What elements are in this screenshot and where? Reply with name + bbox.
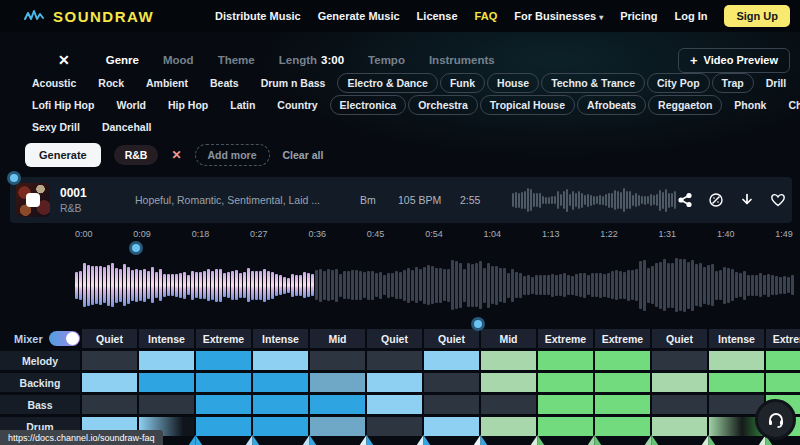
mixer-cell[interactable] xyxy=(595,395,650,414)
genre-chip-drum-n-bass[interactable]: Drum n Bass xyxy=(251,73,336,93)
genre-chip-hip-hop[interactable]: Hip Hop xyxy=(158,95,218,115)
fill-triangle[interactable] xyxy=(355,435,378,445)
fill-triangle[interactable] xyxy=(526,435,549,445)
fill-triangle[interactable] xyxy=(184,435,207,445)
mixer-column-header[interactable]: Intense xyxy=(709,329,764,348)
mixer-cell[interactable] xyxy=(481,417,536,436)
mixer-toggle[interactable] xyxy=(49,331,80,346)
tab-instruments[interactable]: Instruments xyxy=(429,54,495,66)
mixer-cell[interactable] xyxy=(424,351,479,370)
mixer-cell[interactable] xyxy=(139,373,194,392)
genre-chip-reggaeton[interactable]: Reggaeton xyxy=(648,95,722,115)
fill-triangle[interactable] xyxy=(412,435,435,445)
mixer-column-header[interactable]: Extreme xyxy=(595,329,650,348)
mixer-cell[interactable] xyxy=(766,351,800,370)
clear-all-button[interactable]: Clear all xyxy=(283,149,324,161)
genre-chip-funk[interactable]: Funk xyxy=(440,73,485,93)
mixer-cell[interactable] xyxy=(766,373,800,392)
nav-item-for-businesses[interactable]: For Businesses▾ xyxy=(514,10,603,22)
genre-chip-drill[interactable]: Drill xyxy=(756,73,796,93)
mixer-cell[interactable] xyxy=(538,373,593,392)
mixer-cell[interactable] xyxy=(367,395,422,414)
download-icon[interactable] xyxy=(739,192,755,208)
mixer-cell[interactable] xyxy=(196,417,251,436)
mixer-cell[interactable] xyxy=(310,351,365,370)
mixer-cell[interactable] xyxy=(709,373,764,392)
mixer-cell[interactable] xyxy=(253,417,308,436)
mixer-cell[interactable] xyxy=(652,351,707,370)
mixer-column-header[interactable]: Mid xyxy=(481,329,536,348)
mixer-cell[interactable] xyxy=(538,417,593,436)
mixer-cell[interactable] xyxy=(367,373,422,392)
mixer-column-header[interactable]: Quiet xyxy=(424,329,479,348)
mixer-cell[interactable] xyxy=(424,395,479,414)
fill-triangle[interactable] xyxy=(298,435,321,445)
genre-chip-trap[interactable]: Trap xyxy=(712,73,754,93)
soundraw-logo[interactable]: SOUNDRAW xyxy=(24,8,154,25)
genre-chip-ambient[interactable]: Ambient xyxy=(136,73,198,93)
mixer-cell[interactable] xyxy=(652,373,707,392)
remove-genre-icon[interactable]: ✕ xyxy=(171,148,181,162)
mixer-column-header[interactable]: Mid xyxy=(310,329,365,348)
fill-triangle[interactable] xyxy=(583,435,606,445)
mixer-column-header[interactable]: Intense xyxy=(139,329,194,348)
mixer-cell[interactable] xyxy=(481,351,536,370)
share-icon[interactable] xyxy=(677,192,693,208)
fill-triangle[interactable] xyxy=(241,435,264,445)
genre-chip-tropical-house[interactable]: Tropical House xyxy=(480,95,575,115)
genre-chip-sexy-drill[interactable]: Sexy Drill xyxy=(22,117,90,137)
generate-button[interactable]: Generate xyxy=(25,143,101,167)
tab-genre[interactable]: Genre xyxy=(106,54,139,66)
mixer-cell[interactable] xyxy=(538,351,593,370)
stop-icon[interactable] xyxy=(26,193,40,207)
tab-tempo[interactable]: Tempo xyxy=(368,54,405,66)
genre-chip-house[interactable]: House xyxy=(487,73,539,93)
mixer-cell[interactable] xyxy=(253,351,308,370)
genre-chip-electro-dance[interactable]: Electro & Dance xyxy=(337,73,438,93)
mixer-cell[interactable] xyxy=(310,395,365,414)
mixer-cell[interactable] xyxy=(196,395,251,414)
mixer-cell[interactable] xyxy=(139,351,194,370)
genre-chip-christmas[interactable]: Christmas xyxy=(778,95,800,115)
mixer-cell[interactable] xyxy=(595,417,650,436)
genre-chip-beats[interactable]: Beats xyxy=(200,73,249,93)
mixer-cell[interactable] xyxy=(310,373,365,392)
mixer-cell[interactable] xyxy=(82,373,137,392)
nav-item-faq[interactable]: FAQ xyxy=(475,10,498,22)
track-thumbnail[interactable] xyxy=(16,183,50,217)
mixer-cell[interactable] xyxy=(253,395,308,414)
mixer-cell[interactable] xyxy=(652,395,707,414)
nav-item-pricing[interactable]: Pricing xyxy=(620,10,657,22)
mixer-cell[interactable] xyxy=(82,395,137,414)
add-more-button[interactable]: Add more xyxy=(195,144,270,166)
nav-item-distribute-music[interactable]: Distribute Music xyxy=(215,10,301,22)
timeline-ruler[interactable]: 0:000:090:180:270:360:450:541:041:131:22… xyxy=(75,229,793,239)
mixer-cell[interactable] xyxy=(196,351,251,370)
mixer-cell[interactable] xyxy=(139,395,194,414)
nav-item-generate-music[interactable]: Generate Music xyxy=(318,10,400,22)
mixer-column-header[interactable]: Quiet xyxy=(652,329,707,348)
sign-up-button[interactable]: Sign Up xyxy=(724,5,790,27)
playhead-dot[interactable] xyxy=(129,241,143,255)
genre-chip-dancehall[interactable]: Dancehall xyxy=(92,117,162,137)
genre-chip-acoustic[interactable]: Acoustic xyxy=(22,73,86,93)
mixer-cell[interactable] xyxy=(538,395,593,414)
genre-chip-afrobeats[interactable]: Afrobeats xyxy=(577,95,646,115)
mixer-cell[interactable] xyxy=(82,351,137,370)
mixer-column-header[interactable]: Extreme xyxy=(196,329,251,348)
video-preview-button[interactable]: + Video Preview xyxy=(678,48,790,73)
mixer-cell[interactable] xyxy=(253,373,308,392)
section-handle-dot[interactable] xyxy=(471,317,485,331)
genre-chip-country[interactable]: Country xyxy=(267,95,327,115)
mixer-cell[interactable] xyxy=(595,351,650,370)
fill-triangle[interactable] xyxy=(697,435,720,445)
genre-chip-lofi-hip-hop[interactable]: Lofi Hip Hop xyxy=(22,95,104,115)
genre-chip-electronica[interactable]: Electronica xyxy=(330,95,407,115)
mixer-cell[interactable] xyxy=(652,417,707,436)
nav-item-license[interactable]: License xyxy=(417,10,458,22)
tab-mood[interactable]: Mood xyxy=(163,54,194,66)
genre-chip-rock[interactable]: Rock xyxy=(88,73,134,93)
fill-triangle[interactable] xyxy=(469,435,492,445)
genre-chip-city-pop[interactable]: City Pop xyxy=(647,73,710,93)
nav-item-log-in[interactable]: Log In xyxy=(674,10,707,22)
